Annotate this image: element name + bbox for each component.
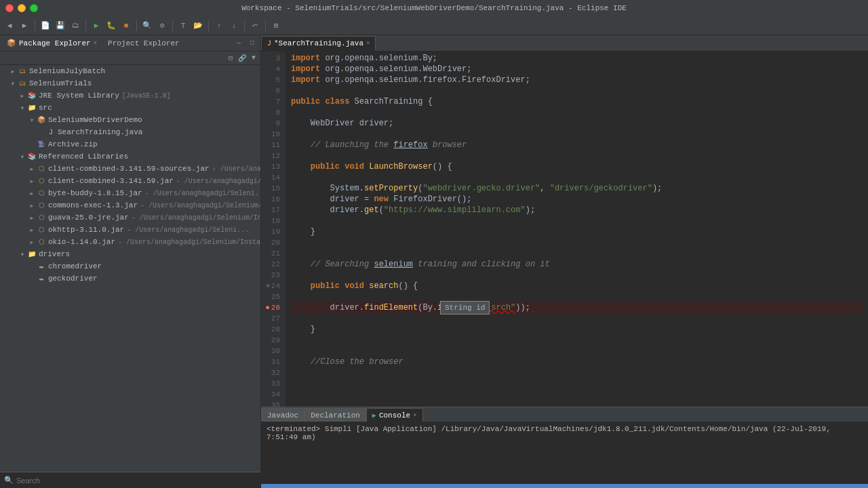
code-line-16: driver = new FirefoxDriver(); xyxy=(291,194,863,205)
package-explorer-close[interactable]: × xyxy=(94,40,97,47)
tree-item-search-training[interactable]: J SearchTraining.java xyxy=(0,126,260,138)
code-line-3: import org.openqa.selenium.By; xyxy=(291,53,863,64)
code-line-34 xyxy=(291,389,863,400)
code-line-14 xyxy=(291,172,863,183)
tree-item-chromedriver[interactable]: ▬ chromedriver xyxy=(0,260,260,272)
driver-icon: ▬ xyxy=(37,262,46,271)
folder-icon: 📁 xyxy=(27,249,37,259)
sidebar-menu-btn[interactable]: ▼ xyxy=(250,54,258,62)
arrow-icon: ▶ xyxy=(28,166,35,172)
code-line-11: // Launching the firefox browser xyxy=(291,140,863,150)
javadoc-tab[interactable]: Javadoc xyxy=(261,408,304,422)
code-line-18 xyxy=(291,216,863,226)
tree-item-drivers[interactable]: ▼ 📁 drivers xyxy=(0,248,260,260)
debug-btn[interactable]: 🐛 xyxy=(104,19,118,33)
arrow-icon: ▶ xyxy=(28,203,35,209)
tree-item-byte-buddy[interactable]: ▶ ⬡ byte-buddy-1.8.15.jar - /Users/anagh… xyxy=(0,187,260,199)
folder-icon: 📁 xyxy=(27,103,37,113)
tree-item-selenium-trials[interactable]: ▼ 🗂 SeleniumTrials xyxy=(0,77,260,89)
close-button[interactable] xyxy=(5,4,14,12)
maximize-view-btn[interactable]: ⊞ xyxy=(269,19,283,33)
tree-item-commons-exec[interactable]: ▶ ⬡ commons-exec-1.3.jar - /Users/anagha… xyxy=(0,199,260,211)
new-btn[interactable]: 📄 xyxy=(39,19,52,33)
code-line-21 xyxy=(291,248,863,259)
save-btn[interactable]: 💾 xyxy=(54,19,67,33)
sidebar-header: 📦 Package Explorer × Project Explorer — … xyxy=(0,35,260,52)
code-line-24: public void search() { xyxy=(291,281,863,291)
declaration-tab[interactable]: Declaration xyxy=(304,408,366,422)
console-tab[interactable]: ▶ Console × xyxy=(366,408,423,422)
sidebar-search: 🔍 xyxy=(0,472,260,488)
open-resource-btn[interactable]: 📂 xyxy=(191,19,205,33)
search-input[interactable] xyxy=(16,476,256,485)
minimize-button[interactable] xyxy=(18,4,26,12)
open-type-btn[interactable]: T xyxy=(176,19,190,33)
code-editor[interactable]: 3 4 5 6 7 8 9 10 11 12 13 14 15 16 17 18 xyxy=(261,52,868,407)
run-btn[interactable]: ▶ xyxy=(90,19,103,33)
code-line-23 xyxy=(291,270,863,281)
editor-tabs: J *SearchTraining.java × xyxy=(261,35,868,52)
tree-item-guava[interactable]: ▶ ⬡ guava-25.0-jre.jar - /Users/anaghaga… xyxy=(0,211,260,224)
jar-icon: ⬡ xyxy=(37,188,46,198)
jar-icon: ⬡ xyxy=(37,201,46,210)
zip-icon: 🗜 xyxy=(37,140,46,149)
project-icon: 🗂 xyxy=(18,66,27,76)
bottom-panel: Javadoc Declaration ▶ Console × <termina… xyxy=(261,407,868,488)
bottom-tabs: Javadoc Declaration ▶ Console × xyxy=(261,407,868,422)
maximize-button[interactable] xyxy=(30,4,38,12)
stop-btn[interactable]: ■ xyxy=(119,19,133,33)
code-area[interactable]: import org.openqa.selenium.By; import or… xyxy=(285,52,868,407)
main-layout: 📦 Package Explorer × Project Explorer — … xyxy=(0,35,868,488)
arrow-icon xyxy=(28,142,35,148)
code-line-27 xyxy=(291,313,863,324)
code-line-12 xyxy=(291,150,863,161)
code-line-33 xyxy=(291,378,863,389)
save-all-btn[interactable]: 🗂 xyxy=(68,19,82,33)
collapse-all-btn[interactable]: ⊟ xyxy=(226,54,235,63)
forward-btn[interactable]: ▶ xyxy=(18,19,31,33)
window-title: Workspace - SeleniumTrials/src/SeleniumW… xyxy=(241,4,627,12)
arrow-icon: ▶ xyxy=(28,215,35,221)
code-line-26: driver.findElement(By.id("header_srch"))… xyxy=(291,302,863,313)
library-icon: 📚 xyxy=(27,91,37,100)
maximize-sidebar-btn[interactable]: □ xyxy=(248,39,256,47)
console-tab-close[interactable]: × xyxy=(413,412,416,419)
editor-tab-close[interactable]: × xyxy=(366,40,370,47)
tree-item-okhttp3[interactable]: ▶ ⬡ okhttp-3.11.0.jar - /Users/anaghagad… xyxy=(0,224,260,236)
tree-item-selenium-july-batch[interactable]: ▶ 🗂 SeleniumJulyBatch xyxy=(0,65,260,77)
link-editor-btn[interactable]: 🔗 xyxy=(236,54,248,63)
status-bar xyxy=(261,484,868,488)
editor-tab-search-training[interactable]: J *SearchTraining.java × xyxy=(261,36,376,51)
next-annotation-btn[interactable]: ↓ xyxy=(227,19,241,33)
code-line-17: driver.get("https://www.simplilearn.com"… xyxy=(291,205,863,216)
refactor-btn[interactable]: ⚙ xyxy=(155,19,169,33)
last-edit-btn[interactable]: ⤺ xyxy=(248,19,262,33)
tree-item-referenced-libraries[interactable]: ▼ 📚 Referenced Libraries xyxy=(0,150,260,163)
tree-item-src[interactable]: ▼ 📁 src xyxy=(0,102,260,114)
arrow-icon: ▼ xyxy=(19,105,26,111)
toolbar: ◀ ▶ 📄 💾 🗂 ▶ 🐛 ■ 🔍 ⚙ T 📂 ↑ ↓ ⤺ ⊞ xyxy=(0,16,868,35)
project-explorer-tab[interactable]: Project Explorer xyxy=(105,38,182,49)
code-line-6 xyxy=(291,85,863,96)
tree-item-archive[interactable]: 🗜 Archive.zip xyxy=(0,138,260,150)
package-explorer-tab[interactable]: 📦 Package Explorer × xyxy=(4,37,100,49)
tree-item-client-combined[interactable]: ▶ ⬡ client-combined-3.141.59.jar - /User… xyxy=(0,175,260,187)
code-line-29 xyxy=(291,335,863,346)
tree-item-okio[interactable]: ▶ ⬡ okio-1.14.0.jar - /Users/anaghagadgi… xyxy=(0,236,260,248)
tree-item-jre[interactable]: ▶ 📚 JRE System Library [JavaSE-1.8] xyxy=(0,89,260,102)
package-icon: 📦 xyxy=(37,115,46,125)
arrow-icon: ▶ xyxy=(9,68,16,75)
code-line-10 xyxy=(291,129,863,140)
jar-icon: ⬡ xyxy=(37,164,46,174)
search-btn[interactable]: 🔍 xyxy=(140,19,154,33)
tree-item-client-combined-sources[interactable]: ▶ ⬡ client-combined-3.141.59-sources.jar… xyxy=(0,163,260,175)
arrow-icon: ▼ xyxy=(9,81,16,87)
code-line-35 xyxy=(291,400,863,407)
arrow-icon: ▼ xyxy=(28,117,35,123)
tree-item-geckodriver[interactable]: ▬ geckodriver xyxy=(0,272,260,285)
minimize-sidebar-btn[interactable]: — xyxy=(235,39,243,47)
tree-item-selenium-webdriver-demo[interactable]: ▼ 📦 SeleniumWebDriverDemo xyxy=(0,114,260,126)
jar-icon: ⬡ xyxy=(37,213,46,222)
back-btn[interactable]: ◀ xyxy=(3,19,16,33)
prev-annotation-btn[interactable]: ↑ xyxy=(212,19,226,33)
